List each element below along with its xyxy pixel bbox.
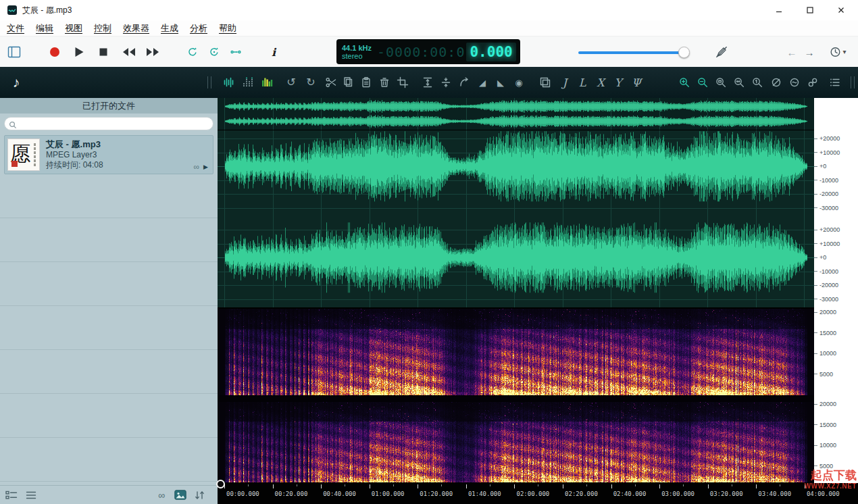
timeline-ruler[interactable]: 00:00.00000:20.00000:40.00001:00.00001:2…: [218, 483, 858, 504]
history-icon[interactable]: ▾: [829, 46, 846, 58]
toolbar-grip[interactable]: [207, 76, 211, 89]
timeline-label: 04:00.000: [805, 483, 853, 497]
envelope-curve-j-icon[interactable]: J: [563, 76, 567, 89]
timeline-label: 01:00.000: [370, 483, 418, 497]
show-artwork-icon[interactable]: [174, 490, 186, 500]
search-input[interactable]: [4, 117, 213, 130]
fade-in-icon[interactable]: ◢: [479, 78, 486, 87]
zoom-selection-icon[interactable]: [733, 76, 745, 89]
fast-forward-button[interactable]: [146, 47, 159, 57]
spectrogram-view[interactable]: [218, 309, 814, 483]
history-dropdown-caret[interactable]: ▾: [842, 48, 846, 55]
file-list-empty-rows[interactable]: [0, 174, 218, 485]
envelope-curve-x-icon[interactable]: X: [597, 76, 604, 89]
delete-icon[interactable]: [378, 76, 390, 89]
play-through-icon[interactable]: [230, 46, 242, 58]
menu-item[interactable]: 文件: [7, 22, 24, 34]
zoom-fit-icon[interactable]: [715, 76, 727, 89]
waveform-view[interactable]: [218, 98, 814, 307]
menu-item[interactable]: 分析: [190, 22, 207, 34]
amplitude-scale-left: +20000+10000+0-10000-20000-30000: [814, 132, 858, 215]
menu-item[interactable]: 效果器: [123, 22, 149, 34]
bars-view-icon[interactable]: [242, 76, 254, 89]
amplitude-tick: -20000: [814, 187, 858, 201]
toolbar-grip-right[interactable]: [851, 76, 855, 89]
volume-slider[interactable]: [578, 46, 690, 58]
album-art: 愿: [7, 138, 40, 171]
sort-files-icon[interactable]: [194, 490, 205, 501]
amplitude-tick: +10000: [814, 146, 858, 160]
timeline-label: 00:20.000: [273, 483, 322, 497]
record-button[interactable]: [49, 47, 60, 57]
menu-item[interactable]: 控制: [94, 22, 111, 34]
search-icon: [9, 120, 17, 132]
envelope-curve-y-icon[interactable]: Y: [615, 76, 622, 89]
snap-zero-crossing-icon[interactable]: [788, 76, 801, 89]
loop-playback-icon[interactable]: [186, 46, 199, 58]
info-icon[interactable]: i: [272, 45, 276, 58]
duplicate-frame-icon[interactable]: [539, 76, 551, 89]
redo-icon[interactable]: ↻: [306, 77, 315, 88]
menu-item[interactable]: 生成: [161, 22, 178, 34]
file-link-icon[interactable]: ∞: [194, 163, 200, 171]
menu-item[interactable]: 帮助: [219, 22, 236, 34]
minimize-button[interactable]: [767, 3, 790, 18]
snap-disabled-icon[interactable]: [770, 76, 782, 89]
timeline-label: 02:40.000: [611, 483, 660, 497]
format-readout: 44.1 kHz stereo: [342, 44, 372, 60]
tracks-menu-icon[interactable]: [829, 76, 841, 89]
amplitude-tick: +20000: [814, 223, 858, 237]
close-button[interactable]: [830, 3, 853, 18]
time-display-dim: -0000:00:0: [377, 44, 465, 60]
playhead-marker[interactable]: [216, 480, 225, 488]
files-tab-music-note-icon[interactable]: ♪: [13, 74, 20, 91]
navigate-back-icon[interactable]: ←: [787, 46, 797, 57]
volume-slider-track[interactable]: [578, 51, 686, 54]
revert-curve-icon[interactable]: [458, 76, 470, 89]
undo-icon[interactable]: ↺: [286, 77, 295, 88]
crop-icon[interactable]: [397, 76, 409, 89]
menu-item[interactable]: 视图: [65, 22, 82, 34]
titlebar[interactable]: 艾辰 - 愿.mp3: [0, 0, 858, 21]
play-button[interactable]: [74, 47, 84, 57]
amplitude-tick: +20000: [814, 132, 858, 146]
navigate-forward-icon[interactable]: →: [805, 46, 815, 57]
frequency-scale-right: 2000015000100005000: [814, 394, 858, 476]
link-channels-icon[interactable]: [807, 76, 819, 89]
zoom-out-icon[interactable]: [697, 76, 709, 89]
draw-tool-disabled-icon[interactable]: [715, 46, 728, 58]
timeline-label: 01:40.000: [466, 483, 515, 497]
paste-icon[interactable]: [360, 76, 372, 89]
file-list-item[interactable]: 愿 艾辰 - 愿.mp3 MPEG Layer3 持续时间: 04:08 ∞ ▶: [4, 135, 213, 174]
envelope-curve-psi-icon[interactable]: Ψ: [632, 76, 641, 89]
timeline-label: 03:00.000: [659, 483, 708, 497]
waveform-view-icon[interactable]: [223, 76, 235, 89]
envelope-curve-l-icon[interactable]: L: [579, 76, 586, 89]
spectrogram-view-icon[interactable]: [261, 76, 273, 89]
lcd-display: 44.1 kHz stereo -0000:00:0 0.000: [336, 39, 520, 64]
volume-slider-thumb[interactable]: [678, 47, 690, 58]
fade-out-icon[interactable]: ◣: [497, 78, 504, 87]
copy-icon[interactable]: [343, 76, 355, 89]
menu-item[interactable]: 编辑: [36, 22, 53, 34]
amplitude-tick: +10000: [814, 237, 858, 251]
amplitude-tick: -10000: [814, 265, 858, 279]
panel-toggle-icon[interactable]: [7, 46, 21, 58]
zoom-one-to-one-icon[interactable]: [751, 76, 763, 89]
detail-list-view-icon[interactable]: [5, 490, 18, 500]
amplitude-tick: +0: [814, 159, 858, 174]
fit-vertical-icon[interactable]: [422, 76, 434, 89]
stop-button[interactable]: [99, 47, 108, 56]
loop-selection-icon[interactable]: [208, 46, 220, 58]
compact-list-view-icon[interactable]: [26, 490, 36, 500]
zoom-in-icon[interactable]: [678, 76, 690, 89]
link-files-icon[interactable]: ∞: [158, 490, 165, 500]
split-channels-icon[interactable]: [440, 76, 452, 89]
cut-icon[interactable]: [325, 76, 337, 89]
frequency-tick: 5000: [814, 364, 858, 385]
maximize-button[interactable]: [799, 3, 822, 18]
rewind-button[interactable]: [122, 47, 136, 57]
timeline-labels: 00:00.00000:20.00000:40.00001:00.00001:2…: [218, 483, 858, 497]
file-play-icon[interactable]: ▶: [203, 164, 208, 170]
normalize-icon[interactable]: ◉: [515, 78, 522, 87]
